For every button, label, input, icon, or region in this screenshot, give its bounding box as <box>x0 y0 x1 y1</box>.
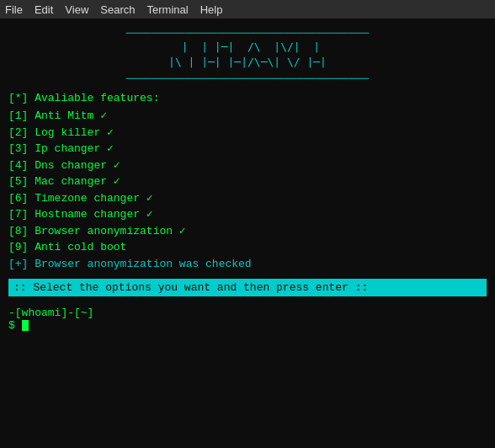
menu-edit[interactable]: Edit <box>35 3 53 16</box>
dollar-sign: $ <box>8 319 15 332</box>
select-prompt[interactable]: :: Select the options you want and then … <box>8 279 487 296</box>
menu-view[interactable]: View <box>65 3 88 16</box>
shell-user: -[whoami]-[~] <box>8 307 93 319</box>
shell-prompt-line: -[whoami]-[~] $ <box>8 307 487 332</box>
feature-item-6: [6] Timezone changer ✓ <box>8 190 487 207</box>
top-divider: ───────────────────────────────────── <box>8 27 487 40</box>
menu-terminal[interactable]: Terminal <box>147 3 189 16</box>
feature-item-3: [3] Ip changer ✓ <box>8 141 487 157</box>
feature-item-8: [8] Browser anonymization ✓ <box>8 223 487 240</box>
cursor <box>22 320 29 331</box>
feature-item-9: [9] Anti cold boot <box>8 239 487 256</box>
feature-item-7: [7] Hostname changer ✓ <box>8 206 487 223</box>
terminal-area: ───────────────────────────────────── | … <box>0 19 495 448</box>
ascii-art-whoami: | | |─| /\ |\/| | |\ | |─| |─|/\─\| \/ |… <box>8 40 487 69</box>
menu-search[interactable]: Search <box>100 3 135 16</box>
feature-item-5: [5] Mac changer ✓ <box>8 173 487 190</box>
menu-file[interactable]: File <box>5 3 23 16</box>
feature-item-1: [1] Anti Mitm ✓ <box>8 108 487 125</box>
feature-item-4: [4] Dns changer ✓ <box>8 157 487 174</box>
features-header: [*] Avaliable features: <box>8 92 487 104</box>
feature-item-2: [2] Log killer ✓ <box>8 125 487 141</box>
feature-item-10: [+] Browser anonymization was checked <box>8 256 487 273</box>
features-list: [1] Anti Mitm ✓[2] Log killer ✓[3] Ip ch… <box>8 108 487 272</box>
menu-help[interactable]: Help <box>200 3 223 16</box>
menubar: File Edit View Search Terminal Help <box>0 0 495 19</box>
bottom-divider: ───────────────────────────────────── <box>8 72 487 85</box>
